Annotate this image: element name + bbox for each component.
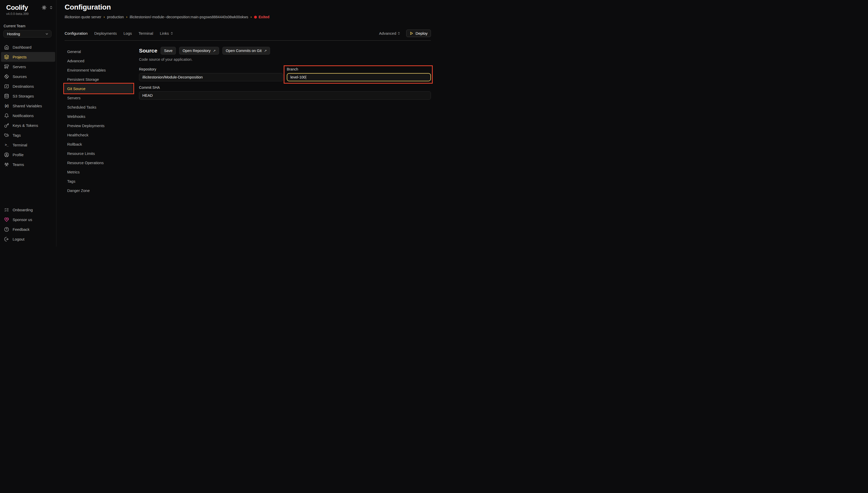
- config-subnav: General Advanced Environment Variables P…: [65, 47, 133, 195]
- repository-input[interactable]: [139, 73, 283, 81]
- server-icon: [4, 64, 9, 69]
- home-icon: [4, 45, 9, 50]
- subnav-item-tags[interactable]: Tags: [65, 176, 133, 186]
- sidebar-item-logout[interactable]: Logout: [1, 234, 55, 244]
- bell-icon: [4, 113, 9, 118]
- sidebar-spacer: [1, 169, 55, 200]
- sun-icon[interactable]: [42, 5, 47, 10]
- sidebar-item-servers[interactable]: Servers: [1, 62, 55, 71]
- team-select-value: Hosting: [7, 31, 20, 36]
- sidebar-item-profile[interactable]: Profile: [1, 150, 55, 159]
- subnav-item-metrics[interactable]: Metrics: [65, 167, 133, 176]
- sidebar-item-sources[interactable]: Sources: [1, 71, 55, 81]
- subnav-item-advanced[interactable]: Advanced: [65, 56, 133, 65]
- chevrons-up-down-icon[interactable]: [49, 6, 53, 9]
- tabs-row: Configuration Deployments Logs Terminal …: [65, 29, 431, 37]
- sidebar-item-label: Destinations: [13, 84, 34, 88]
- map-icon: [4, 84, 9, 89]
- heart-handshake-icon: [4, 217, 9, 222]
- page-title: Configuration: [65, 3, 431, 11]
- source-heading: Source: [139, 48, 157, 54]
- commit-sha-field-group: Commit SHA: [139, 85, 431, 100]
- subnav-item-healthcheck[interactable]: Healthcheck: [65, 130, 133, 140]
- play-icon: [409, 31, 414, 35]
- subnav-item-general[interactable]: General: [65, 47, 133, 56]
- sidebar-item-label: Profile: [13, 153, 24, 157]
- subnav-item-scheduled-tasks[interactable]: Scheduled Tasks: [65, 102, 133, 112]
- chevron-right-icon: ›: [104, 15, 105, 19]
- sidebar-item-label: Shared Variables: [13, 104, 42, 108]
- commit-sha-input[interactable]: [139, 91, 431, 100]
- sidebar-item-label: Servers: [13, 65, 26, 69]
- chevrons-up-down-icon: [397, 31, 401, 35]
- terminal-icon: >_: [4, 143, 9, 147]
- checklist-icon: [4, 207, 9, 212]
- open-repository-label: Open Repository: [183, 49, 211, 53]
- open-repository-button[interactable]: Open Repository ↗: [179, 47, 219, 55]
- sidebar-item-label: Keys & Tokens: [13, 124, 38, 127]
- open-commits-label: Open Commits on Git: [226, 49, 261, 53]
- chevrons-up-down-icon: [170, 31, 173, 35]
- sidebar-item-label: Projects: [13, 55, 26, 59]
- external-link-icon: ↗: [264, 49, 267, 53]
- deploy-label: Deploy: [416, 31, 427, 36]
- sidebar-item-dashboard[interactable]: Dashboard: [1, 42, 55, 52]
- deploy-button[interactable]: Deploy: [406, 29, 431, 37]
- app-version: v4.0.0-beta.399: [1, 11, 55, 16]
- repository-label: Repository: [139, 67, 283, 71]
- subnav-item-persistent-storage[interactable]: Persistent Storage: [65, 74, 133, 84]
- sidebar-item-tags[interactable]: Tags: [1, 130, 55, 140]
- sidebar-item-feedback[interactable]: Feedback: [1, 224, 55, 234]
- breadcrumb-resource[interactable]: illicitestonion/-module--decomposition:m…: [129, 15, 248, 19]
- database-icon: [4, 94, 9, 99]
- layers-icon: [4, 55, 9, 60]
- subnav-item-rollback[interactable]: Rollback: [65, 140, 133, 149]
- subnav-item-git-source[interactable]: Git Source: [65, 84, 133, 93]
- tab-terminal[interactable]: Terminal: [139, 31, 153, 36]
- branch-value: level-100: [290, 75, 305, 79]
- commit-sha-label: Commit SHA: [139, 85, 431, 89]
- sidebar-item-s3-storages[interactable]: S3 Storages: [1, 91, 55, 101]
- git-source-icon: [4, 74, 9, 79]
- sidebar-item-keys-tokens[interactable]: Keys & Tokens: [1, 121, 55, 130]
- subnav-item-danger-zone[interactable]: Danger Zone: [65, 186, 133, 195]
- chevron-down-icon: [45, 32, 49, 36]
- tab-links[interactable]: Links: [160, 31, 173, 36]
- text-cursor: [306, 75, 306, 79]
- sidebar-item-shared-variables[interactable]: (x) Shared Variables: [1, 101, 55, 111]
- sidebar-item-onboarding[interactable]: Onboarding: [1, 205, 55, 215]
- sidebar-item-projects[interactable]: Projects: [1, 52, 55, 62]
- sidebar-item-destinations[interactable]: Destinations: [1, 81, 55, 91]
- branch-input[interactable]: level-100: [287, 73, 431, 81]
- sidebar-nav: Dashboard Projects Servers Sources Desti…: [1, 42, 55, 169]
- git-source-form: Source Save Open Repository ↗ Open Commi…: [139, 47, 431, 195]
- breadcrumb-environment[interactable]: production: [107, 15, 124, 19]
- sidebar-item-notifications[interactable]: Notifications: [1, 111, 55, 121]
- subnav-item-resource-operations[interactable]: Resource Operations: [65, 158, 133, 167]
- save-button[interactable]: Save: [161, 47, 176, 55]
- source-subtitle: Code source of your application.: [139, 57, 431, 62]
- tab-logs[interactable]: Logs: [124, 31, 132, 36]
- sidebar-item-terminal[interactable]: >_ Terminal: [1, 140, 55, 150]
- open-commits-button[interactable]: Open Commits on Git ↗: [223, 47, 270, 55]
- breadcrumb-project[interactable]: illicitonion quote server: [65, 15, 101, 19]
- status-badge: Exited: [254, 15, 270, 19]
- tab-deployments[interactable]: Deployments: [94, 31, 117, 36]
- sidebar-item-sponsor-us[interactable]: Sponsor us: [1, 215, 55, 224]
- sidebar-item-label: S3 Storages: [13, 94, 34, 98]
- sidebar-item-label: Sources: [13, 74, 27, 79]
- team-select[interactable]: Hosting: [3, 30, 51, 38]
- subnav-item-webhooks[interactable]: Webhooks: [65, 112, 133, 121]
- sidebar-item-label: Terminal: [13, 143, 27, 147]
- tab-configuration[interactable]: Configuration: [65, 31, 87, 36]
- external-link-icon: ↗: [213, 49, 216, 53]
- sidebar-item-teams[interactable]: Teams: [1, 159, 55, 169]
- subnav-item-resource-limits[interactable]: Resource Limits: [65, 149, 133, 158]
- advanced-label: Advanced: [379, 31, 397, 36]
- advanced-dropdown[interactable]: Advanced: [379, 31, 401, 36]
- users-icon: [4, 162, 9, 167]
- subnav-item-environment-variables[interactable]: Environment Variables: [65, 65, 133, 74]
- subnav-item-servers[interactable]: Servers: [65, 93, 133, 102]
- subnav-item-preview-deployments[interactable]: Preview Deployments: [65, 121, 133, 130]
- branch-label: Branch: [287, 67, 431, 71]
